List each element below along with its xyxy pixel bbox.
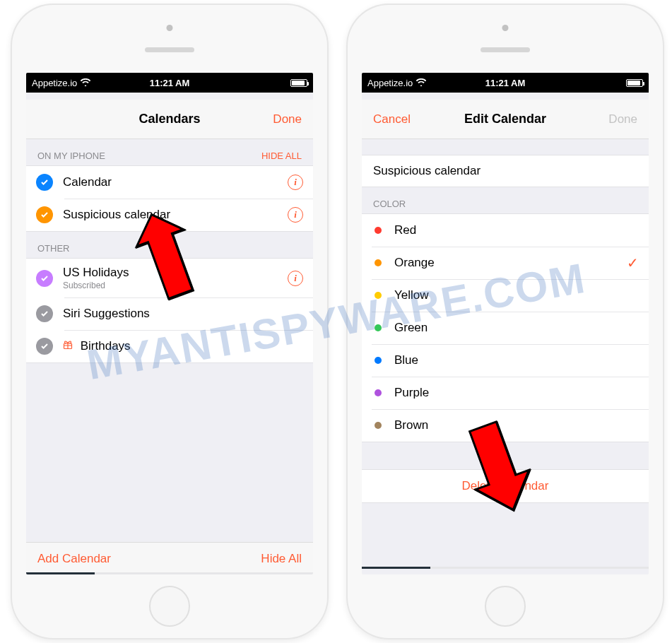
- color-label: Purple: [394, 386, 639, 400]
- calendar-row-calendar[interactable]: Calendar i: [26, 166, 313, 199]
- screen-right: Appetize.io 11:21 AM Cancel Edit Calenda…: [362, 73, 649, 574]
- info-icon[interactable]: i: [288, 271, 303, 286]
- front-camera-icon: [167, 25, 173, 31]
- carrier-label: Appetize.io: [32, 78, 77, 88]
- battery-icon: [626, 79, 643, 87]
- add-calendar-button[interactable]: Add Calendar: [37, 552, 111, 566]
- checkmark-icon: ✓: [627, 254, 639, 271]
- checkmark-icon: [36, 338, 53, 355]
- info-icon[interactable]: i: [288, 175, 303, 190]
- phone-frame-left: Appetize.io 11:21 AM Calendars Done ON M…: [11, 4, 329, 639]
- section-header-iphone: ON MY IPHONE HIDE ALL: [26, 139, 313, 165]
- color-row-orange[interactable]: Orange ✓: [362, 247, 649, 279]
- color-row-green[interactable]: Green: [362, 312, 649, 344]
- hide-all-button[interactable]: HIDE ALL: [261, 151, 302, 161]
- home-button[interactable]: [485, 586, 526, 627]
- calendar-row-birthdays[interactable]: Birthdays: [26, 330, 313, 362]
- checkmark-icon: [36, 206, 53, 223]
- color-dot-icon: [375, 292, 382, 299]
- phone-bottom-bezel: [11, 574, 329, 639]
- done-button[interactable]: Done: [608, 112, 637, 126]
- battery-icon: [290, 79, 307, 87]
- calendar-label: US Holidays Subscribed: [63, 266, 288, 290]
- color-row-blue[interactable]: Blue: [362, 344, 649, 377]
- section-label: ON MY IPHONE: [37, 151, 105, 161]
- phone-bottom-bezel: [346, 574, 664, 639]
- calendar-label: Calendar: [63, 175, 288, 189]
- cancel-button[interactable]: Cancel: [373, 112, 411, 126]
- bottom-toolbar: Add Calendar Hide All: [26, 542, 313, 574]
- phone-top-bezel: [346, 4, 664, 73]
- calendar-label: Birthdays: [63, 339, 303, 353]
- color-row-purple[interactable]: Purple: [362, 377, 649, 409]
- front-camera-icon: [502, 25, 509, 31]
- color-row-red[interactable]: Red: [362, 214, 649, 247]
- section-header-color: COLOR: [362, 187, 649, 213]
- calendar-label: Suspicious calendar: [63, 208, 288, 222]
- subscribed-label: Subscribed: [63, 281, 288, 290]
- section-label: COLOR: [373, 199, 406, 209]
- color-dot-icon: [375, 389, 382, 396]
- calendar-row-siri[interactable]: Siri Suggestions: [26, 297, 313, 330]
- home-button[interactable]: [149, 586, 190, 627]
- calendar-row-suspicious[interactable]: Suspicious calendar i: [26, 199, 313, 231]
- status-time: 11:21 AM: [150, 78, 190, 88]
- done-button[interactable]: Done: [273, 112, 302, 126]
- phone-frame-right: Appetize.io 11:21 AM Cancel Edit Calenda…: [346, 4, 664, 639]
- page-title: Calendars: [138, 112, 200, 126]
- carrier-label: Appetize.io: [367, 78, 413, 88]
- color-label: Red: [394, 223, 639, 237]
- checkmark-icon: [36, 270, 53, 287]
- section-header-other: OTHER: [26, 232, 313, 258]
- color-label: Green: [394, 321, 639, 335]
- hide-all-button[interactable]: Hide All: [261, 552, 302, 566]
- wifi-icon: [416, 78, 426, 88]
- color-label: Brown: [394, 418, 639, 432]
- delete-calendar-button[interactable]: Delete Calendar: [362, 469, 649, 503]
- checkmark-icon: [36, 305, 53, 322]
- color-label: Orange: [394, 256, 627, 270]
- speaker-grille-icon: [481, 47, 530, 52]
- color-row-brown[interactable]: Brown: [362, 409, 649, 442]
- color-dot-icon: [375, 227, 382, 234]
- calendar-label: Siri Suggestions: [63, 307, 303, 321]
- phone-top-bezel: [11, 4, 329, 73]
- nav-bar: Cancel Edit Calendar Done: [362, 100, 649, 139]
- color-label: Blue: [394, 353, 639, 367]
- status-time: 11:21 AM: [485, 78, 526, 88]
- section-label: OTHER: [37, 243, 70, 254]
- color-row-yellow[interactable]: Yellow: [362, 279, 649, 312]
- info-icon[interactable]: i: [288, 207, 303, 223]
- wifi-icon: [81, 78, 90, 88]
- color-dot-icon: [375, 422, 382, 429]
- page-title: Edit Calendar: [464, 112, 546, 126]
- color-label: Yellow: [394, 288, 639, 302]
- calendar-row-holidays[interactable]: US Holidays Subscribed i: [26, 259, 313, 297]
- status-bar: Appetize.io 11:21 AM: [362, 73, 649, 93]
- checkmark-icon: [36, 174, 53, 191]
- color-dot-icon: [375, 324, 382, 331]
- calendar-name-input[interactable]: Suspicious calendar: [362, 155, 649, 187]
- color-dot-icon: [375, 259, 382, 266]
- screen-left: Appetize.io 11:21 AM Calendars Done ON M…: [26, 73, 313, 574]
- gift-icon: [63, 340, 73, 350]
- speaker-grille-icon: [145, 47, 194, 52]
- nav-bar: Calendars Done: [26, 100, 313, 139]
- status-bar: Appetize.io 11:21 AM: [26, 73, 313, 93]
- color-dot-icon: [375, 357, 382, 364]
- progress-bar: [362, 567, 649, 569]
